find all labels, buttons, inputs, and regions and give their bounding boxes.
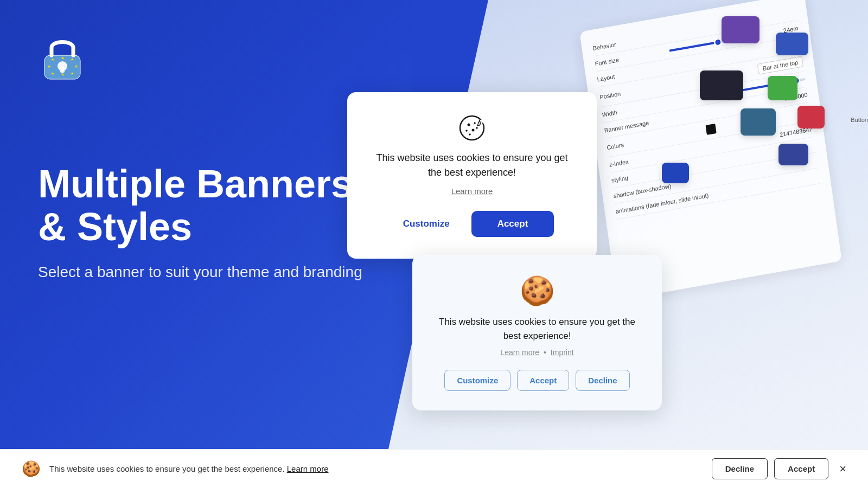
bottom-bar-close-button[interactable]: × <box>839 462 846 476</box>
bottom-bar-learn-more[interactable]: Learn more <box>287 464 329 473</box>
banner1-text: This website uses cookies to ensure you … <box>373 151 571 180</box>
svg-text:★: ★ <box>47 64 51 69</box>
layout-label: Layout <box>597 73 615 83</box>
separator-dot: • <box>544 348 546 357</box>
cookie-outline-icon <box>458 114 486 142</box>
banner2-text: This website uses cookies to ensure you … <box>434 315 640 343</box>
svg-text:★: ★ <box>51 57 54 61</box>
bottom-bar-buttons: Decline Accept × <box>712 458 846 479</box>
swatch-dark <box>700 70 743 100</box>
svg-point-14 <box>465 130 468 132</box>
swatch-navy <box>778 144 808 165</box>
banner2-customize-button[interactable]: Customize <box>444 370 510 391</box>
banner2-learn-more[interactable]: Learn more <box>500 348 539 357</box>
swatch-green <box>768 76 797 100</box>
svg-point-17 <box>469 133 471 136</box>
bottom-bar-message: This website uses cookies to ensure you … <box>49 464 285 473</box>
swatch-blue2 <box>662 163 689 183</box>
svg-point-12 <box>468 124 470 126</box>
banner1-accept-button[interactable]: Accept <box>471 211 554 237</box>
position-label: Position <box>599 90 621 100</box>
hero-section: Multiple Banners & Styles Select a banne… <box>38 163 363 283</box>
banner2-imprint[interactable]: Imprint <box>551 348 574 357</box>
font-size-label: Font size <box>595 56 620 67</box>
swatch-container: Button <box>662 0 868 325</box>
z-index-label: z-Index <box>609 158 629 168</box>
banner-modal-1: This website uses cookies to ensure you … <box>347 92 597 259</box>
banner2-accept-button[interactable]: Accept <box>517 370 569 391</box>
svg-point-13 <box>474 122 476 124</box>
bottom-bar-cookie-icon: 🍪 <box>22 460 41 478</box>
svg-text:★: ★ <box>74 64 78 69</box>
swatch-purple <box>722 16 760 43</box>
logo: ★ ★ ★ ★ ★ ★ ★ ★ <box>38 33 87 81</box>
banner2-decline-button[interactable]: Decline <box>576 370 629 391</box>
svg-point-15 <box>472 129 475 132</box>
svg-text:★: ★ <box>61 56 65 61</box>
svg-text:★: ★ <box>61 72 65 77</box>
svg-text:★: ★ <box>71 57 74 61</box>
svg-point-16 <box>476 127 478 129</box>
bottom-bar-text: This website uses cookies to ensure you … <box>49 464 712 473</box>
hero-subtitle: Select a banner to suit your theme and b… <box>38 261 363 282</box>
behavior-label: Behavior <box>592 41 616 52</box>
banner2-links: Learn more • Imprint <box>434 348 640 357</box>
banner-modal-2: 🍪 This website uses cookies to ensure yo… <box>412 255 662 410</box>
bottom-cookie-bar: 🍪 This website uses cookies to ensure yo… <box>0 449 868 488</box>
banner1-learn-more[interactable]: Learn more <box>373 187 571 196</box>
swatch-teal <box>741 108 776 136</box>
bottom-bar-accept-button[interactable]: Accept <box>774 458 828 479</box>
svg-text:★: ★ <box>71 72 74 75</box>
styling-label: styling <box>611 174 628 183</box>
cookie-emoji-icon: 🍪 <box>434 274 640 307</box>
width-label: Width <box>602 109 617 118</box>
bottom-bar-decline-button[interactable]: Decline <box>712 458 768 479</box>
hero-title: Multiple Banners & Styles <box>38 163 363 248</box>
banner2-buttons: Customize Accept Decline <box>434 370 640 391</box>
swatch-blue <box>776 33 808 55</box>
svg-point-11 <box>460 116 484 140</box>
banner1-customize-button[interactable]: Customize <box>390 211 463 237</box>
banner1-buttons: Customize Accept <box>373 211 571 237</box>
button-label: Button <box>851 117 868 123</box>
colors-label: Colors <box>607 142 624 151</box>
svg-text:★: ★ <box>51 72 54 75</box>
swatch-red <box>797 106 825 129</box>
